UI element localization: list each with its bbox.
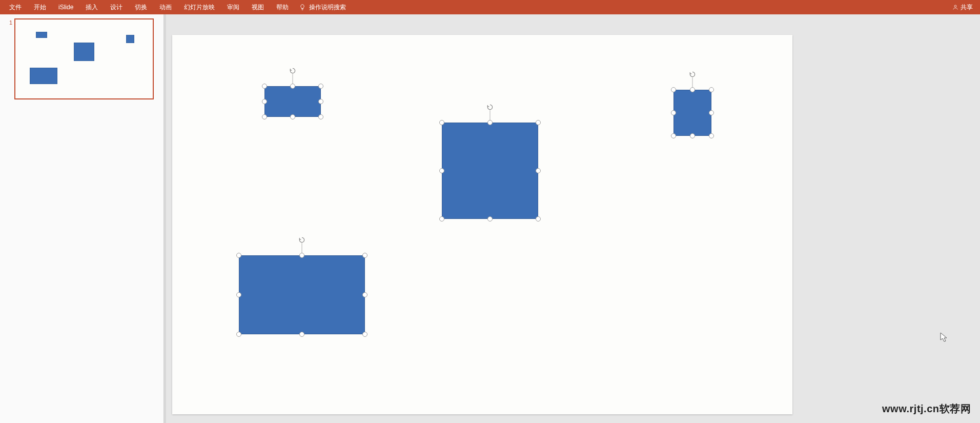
- share-button[interactable]: 共享: [952, 3, 977, 12]
- tab-view[interactable]: 视图: [246, 0, 270, 14]
- slide-thumbnail-panel[interactable]: 1: [0, 14, 164, 423]
- selection-handle[interactable]: [362, 332, 368, 337]
- selection-handle[interactable]: [536, 168, 541, 173]
- selection-handle[interactable]: [290, 114, 295, 119]
- thumb-shape: [30, 68, 57, 84]
- shape-rectangle[interactable]: [442, 123, 538, 219]
- selection-handle[interactable]: [262, 99, 267, 104]
- watermark-text: www.rjtj.cn软荐网: [882, 402, 971, 416]
- selection-handle[interactable]: [262, 84, 267, 89]
- selection-handle[interactable]: [236, 253, 241, 258]
- slide-thumbnail-1[interactable]: 1: [0, 18, 164, 99]
- tab-design[interactable]: 设计: [104, 0, 129, 14]
- thumb-shape: [74, 43, 94, 61]
- rotation-handle-icon[interactable]: [486, 104, 494, 111]
- selection-handle[interactable]: [536, 216, 541, 221]
- selection-handle[interactable]: [690, 87, 695, 92]
- share-label: 共享: [961, 3, 973, 12]
- selection-handle[interactable]: [487, 216, 493, 221]
- shape-rectangle[interactable]: [239, 255, 365, 334]
- ribbon-bar: 文件 开始 iSlide 插入 设计 切换 动画 幻灯片放映 审阅 视图 帮助 …: [0, 0, 980, 14]
- tab-transitions[interactable]: 切换: [129, 0, 153, 14]
- work-area: 1 www.rjtj.cn软荐网: [0, 14, 980, 423]
- shape-s4[interactable]: [239, 255, 365, 334]
- tab-review[interactable]: 审阅: [221, 0, 246, 14]
- selection-handle[interactable]: [299, 253, 304, 258]
- shape-s3[interactable]: [673, 90, 711, 136]
- rotation-handle-icon[interactable]: [689, 71, 696, 78]
- selection-handle[interactable]: [318, 114, 323, 119]
- slide-editor[interactable]: www.rjtj.cn软荐网: [166, 14, 980, 423]
- tab-file[interactable]: 文件: [3, 0, 28, 14]
- person-icon: [952, 4, 958, 10]
- tab-animations[interactable]: 动画: [153, 0, 178, 14]
- tell-me-label: 操作说明搜索: [309, 3, 346, 12]
- selection-handle[interactable]: [671, 133, 676, 138]
- selection-handle[interactable]: [439, 168, 444, 173]
- selection-handle[interactable]: [709, 133, 714, 138]
- selection-handle[interactable]: [439, 216, 444, 221]
- shape-rectangle[interactable]: [264, 86, 321, 117]
- thumb-shape: [126, 35, 134, 43]
- selection-handle[interactable]: [487, 120, 493, 125]
- slide-thumbnail-canvas[interactable]: [14, 18, 154, 99]
- selection-handle[interactable]: [236, 292, 241, 297]
- selection-handle[interactable]: [709, 87, 714, 92]
- selection-handle[interactable]: [318, 84, 323, 89]
- selection-handle[interactable]: [362, 292, 368, 297]
- tab-slideshow[interactable]: 幻灯片放映: [178, 0, 221, 14]
- shape-s1[interactable]: [264, 86, 321, 117]
- slide-number-label: 1: [4, 18, 12, 26]
- shape-s2[interactable]: [442, 123, 538, 219]
- tab-help[interactable]: 帮助: [270, 0, 295, 14]
- selection-handle[interactable]: [439, 120, 444, 125]
- shape-rectangle[interactable]: [673, 90, 711, 136]
- selection-handle[interactable]: [362, 253, 368, 258]
- ribbon-tabs: 文件 开始 iSlide 插入 设计 切换 动画 幻灯片放映 审阅 视图 帮助 …: [3, 0, 346, 14]
- selection-handle[interactable]: [262, 114, 267, 119]
- slide-canvas[interactable]: [172, 35, 792, 414]
- tab-home[interactable]: 开始: [28, 0, 52, 14]
- selection-handle[interactable]: [709, 110, 714, 115]
- lightbulb-icon: [299, 4, 306, 11]
- tab-insert[interactable]: 插入: [79, 0, 104, 14]
- selection-handle[interactable]: [318, 99, 323, 104]
- selection-handle[interactable]: [671, 87, 676, 92]
- selection-handle[interactable]: [290, 84, 295, 89]
- tell-me-search[interactable]: 操作说明搜索: [299, 3, 346, 12]
- svg-point-0: [954, 5, 956, 7]
- rotation-handle-icon[interactable]: [289, 67, 296, 74]
- cursor-icon: [940, 332, 948, 343]
- thumb-shape: [36, 32, 47, 38]
- selection-handle[interactable]: [690, 133, 695, 138]
- selection-handle[interactable]: [671, 110, 676, 115]
- selection-handle[interactable]: [536, 120, 541, 125]
- rotation-handle-icon[interactable]: [298, 236, 305, 244]
- selection-handle[interactable]: [236, 332, 241, 337]
- tab-islide[interactable]: iSlide: [52, 0, 79, 14]
- selection-handle[interactable]: [299, 332, 304, 337]
